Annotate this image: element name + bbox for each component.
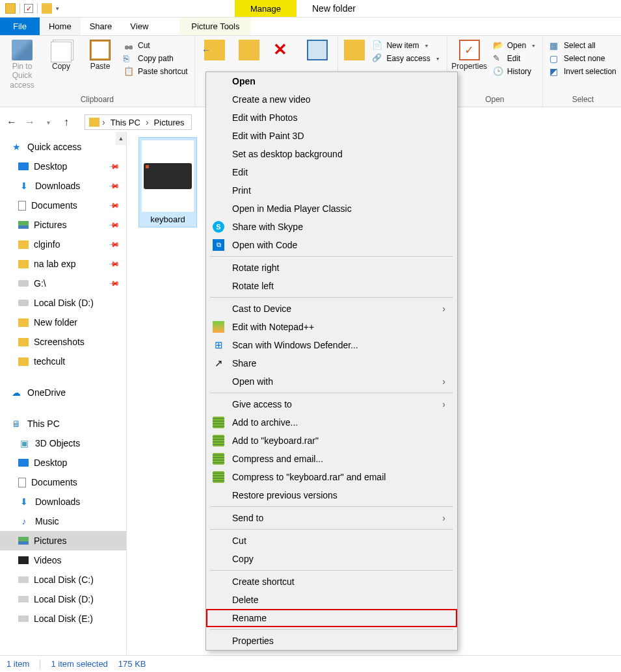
nav-pictures[interactable]: Pictures📌: [0, 215, 126, 235]
tab-picture-tools[interactable]: Picture Tools: [179, 18, 251, 35]
recent-locations-button[interactable]: ▾: [40, 114, 56, 130]
ctx-compress-email[interactable]: Compress and email...: [206, 450, 457, 468]
ctx-open-with[interactable]: Open with›: [206, 372, 457, 391]
ctx-properties[interactable]: Properties: [206, 632, 457, 650]
ctx-copy[interactable]: Copy: [206, 550, 457, 568]
pictures-icon: [18, 221, 29, 229]
ctx-set-desktop-bg[interactable]: Set as desktop background: [206, 145, 457, 163]
nav-pictures2[interactable]: Pictures: [0, 531, 126, 550]
folder-icon: [89, 118, 99, 127]
ctx-print[interactable]: Print: [206, 181, 457, 200]
ctx-cut[interactable]: Cut: [206, 532, 457, 550]
tab-home[interactable]: Home: [40, 18, 81, 35]
delete-button[interactable]: [267, 38, 299, 60]
vscode-icon: ⧉: [213, 239, 224, 251]
paste-shortcut-button[interactable]: Paste shortcut: [121, 66, 191, 77]
nav-techcult[interactable]: techcult: [0, 352, 126, 371]
properties-button[interactable]: Properties: [451, 38, 488, 71]
ctx-create-shortcut[interactable]: Create shortcut: [206, 573, 457, 591]
move-to-icon: [204, 40, 225, 60]
navigation-pane[interactable]: ▲ ★Quick access Desktop📌 ⬇Downloads📌 Doc…: [0, 132, 127, 654]
ctx-send-to[interactable]: Send to›: [206, 509, 457, 527]
nav-documents[interactable]: Documents📌: [0, 196, 126, 215]
label: Cut: [138, 41, 150, 50]
qat-properties-icon[interactable]: ✓: [24, 4, 33, 13]
easy-access-button[interactable]: Easy access▼: [369, 53, 442, 64]
nav-videos[interactable]: Videos: [0, 550, 126, 570]
edit-button[interactable]: Edit: [490, 53, 538, 64]
ctx-delete[interactable]: Delete: [206, 591, 457, 609]
nav-desktop[interactable]: Desktop📌: [0, 157, 126, 176]
select-none-button[interactable]: Select none: [547, 53, 619, 64]
nav-g[interactable]: G:\📌: [0, 274, 126, 293]
copy-button[interactable]: Copy: [43, 38, 79, 71]
nav-localdisk-c[interactable]: Local Disk (C:): [0, 570, 126, 589]
nav-downloads[interactable]: ⬇Downloads📌: [0, 176, 126, 196]
move-to-button[interactable]: [199, 38, 231, 60]
nav-3dobjects[interactable]: ▣3D Objects: [0, 433, 126, 453]
up-button[interactable]: ↑: [59, 114, 74, 130]
nav-screenshots[interactable]: Screenshots: [0, 332, 126, 352]
ctx-share[interactable]: ↗Share: [206, 354, 457, 372]
quick-access-header[interactable]: ★Quick access: [0, 137, 126, 157]
ctx-rotate-left[interactable]: Rotate left: [206, 277, 457, 295]
rename-button[interactable]: [302, 38, 334, 60]
tab-share[interactable]: Share: [81, 18, 122, 35]
address-bar[interactable]: This PC Pictures: [85, 114, 192, 130]
file-item-keyboard[interactable]: keyboard: [139, 137, 197, 227]
ctx-add-archive[interactable]: Add to archive...: [206, 413, 457, 432]
new-folder-button[interactable]: [342, 38, 367, 60]
copy-to-button[interactable]: [233, 38, 265, 60]
ctx-create-new-video[interactable]: Create a new video: [206, 90, 457, 109]
invert-selection-button[interactable]: Invert selection: [547, 66, 619, 77]
ctx-add-rar[interactable]: Add to "keyboard.rar": [206, 432, 457, 450]
tab-file[interactable]: File: [0, 18, 40, 35]
ctx-share-skype[interactable]: SShare with Skype: [206, 218, 457, 236]
breadcrumb-thispc[interactable]: This PC: [108, 118, 143, 127]
contextual-tab-manage[interactable]: Manage: [235, 0, 297, 17]
cut-button[interactable]: Cut: [121, 40, 191, 51]
nav-documents2[interactable]: Documents: [0, 472, 126, 492]
nav-clginfo[interactable]: clginfo📌: [0, 235, 126, 254]
nav-newfolder[interactable]: New folder: [0, 313, 126, 332]
breadcrumb-sep-icon[interactable]: [146, 117, 149, 127]
nav-localdisk-e[interactable]: Local Disk (E:): [0, 609, 126, 628]
ctx-edit[interactable]: Edit: [206, 163, 457, 181]
ctx-edit-paint3d[interactable]: Edit with Paint 3D: [206, 127, 457, 145]
downloads-icon: ⬇: [18, 181, 30, 191]
nav-nalab[interactable]: na lab exp📌: [0, 254, 126, 274]
breadcrumb-pictures[interactable]: Pictures: [152, 118, 187, 127]
ctx-open-mpc[interactable]: Open in Media Player Classic: [206, 200, 457, 218]
pin-quick-access-button[interactable]: Pin to Quick access: [4, 38, 40, 90]
nav-music[interactable]: ♪Music: [0, 511, 126, 531]
ctx-scan-defender[interactable]: ⊞Scan with Windows Defender...: [206, 336, 457, 354]
nav-downloads2[interactable]: ⬇Downloads: [0, 492, 126, 511]
nav-thispc[interactable]: 🖥This PC: [0, 414, 126, 433]
ctx-edit-notepadpp[interactable]: Edit with Notepad++: [206, 318, 457, 336]
nav-desktop2[interactable]: Desktop: [0, 453, 126, 472]
qat-newfolder-icon[interactable]: [42, 3, 52, 14]
ctx-give-access[interactable]: Give access to›: [206, 395, 457, 413]
select-all-button[interactable]: Select all: [547, 40, 619, 51]
ctx-open-vscode[interactable]: ⧉Open with Code: [206, 236, 457, 254]
paste-button[interactable]: Paste: [82, 38, 118, 71]
nav-localdisk-d[interactable]: Local Disk (D:): [0, 293, 126, 313]
forward-button[interactable]: →: [22, 114, 38, 130]
ctx-rename[interactable]: Rename: [206, 609, 457, 627]
ctx-edit-photos[interactable]: Edit with Photos: [206, 109, 457, 127]
ctx-rotate-right[interactable]: Rotate right: [206, 259, 457, 277]
ctx-restore-versions[interactable]: Restore previous versions: [206, 486, 457, 504]
nav-onedrive[interactable]: ☁OneDrive: [0, 383, 126, 402]
ctx-compress-to-email[interactable]: Compress to "keyboard.rar" and email: [206, 468, 457, 486]
new-item-button[interactable]: New item▼: [369, 40, 442, 51]
tab-view[interactable]: View: [121, 18, 157, 35]
ctx-open[interactable]: Open: [206, 72, 457, 90]
back-button[interactable]: ←: [4, 114, 20, 130]
qat-customize-icon[interactable]: ▾: [56, 5, 59, 12]
breadcrumb-sep-icon[interactable]: [102, 117, 105, 127]
copy-path-button[interactable]: Copy path: [121, 53, 191, 64]
history-button[interactable]: History: [490, 66, 538, 77]
open-button[interactable]: Open▼: [490, 40, 538, 51]
ctx-cast-device[interactable]: Cast to Device›: [206, 300, 457, 318]
nav-localdisk-d2[interactable]: Local Disk (D:): [0, 589, 126, 609]
